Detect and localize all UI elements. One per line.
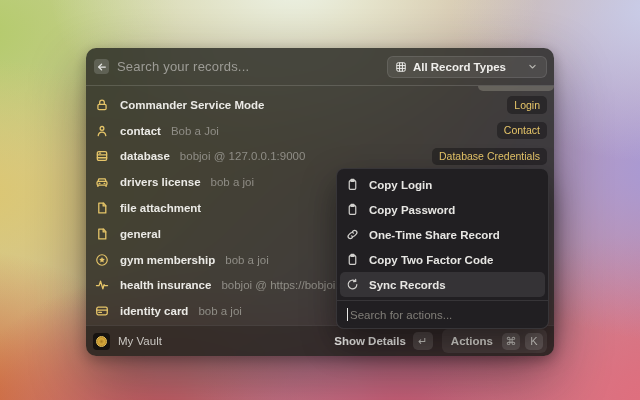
- keeper-logo-icon: [93, 333, 110, 350]
- clipboard-icon: [346, 253, 359, 266]
- menu-item-copy-login[interactable]: Copy Login: [340, 172, 545, 197]
- record-type-badge: Login: [507, 96, 547, 114]
- menu-item-one-time-share[interactable]: One-Time Share Record: [340, 222, 545, 247]
- lock-icon: [95, 98, 109, 112]
- text-caret: [347, 308, 348, 321]
- menu-item-copy-password[interactable]: Copy Password: [340, 197, 545, 222]
- link-icon: [346, 228, 359, 241]
- person-icon: [95, 124, 109, 138]
- record-row[interactable]: Commander Service Mode Login: [94, 92, 547, 118]
- file-icon: [95, 227, 109, 241]
- partial-row-icon: [93, 86, 105, 91]
- filter-label: All Record Types: [413, 61, 506, 73]
- cmd-keycap: ⌘: [502, 333, 520, 350]
- record-row[interactable]: database bobjoi @ 127.0.0.1:9000 Databas…: [94, 144, 547, 170]
- footer-bar: My Vault Show Details ↵ Actions ⌘ K: [86, 325, 554, 356]
- record-row[interactable]: contact Bob a Joi Contact: [94, 118, 547, 144]
- show-details-button[interactable]: Show Details: [334, 335, 406, 347]
- pulse-icon: [95, 278, 109, 292]
- grid-icon: [395, 61, 407, 73]
- search-header: Search your records... All Record Types: [86, 48, 554, 85]
- vault-label: My Vault: [118, 335, 162, 347]
- actions-label: Actions: [451, 335, 493, 347]
- enter-keycap[interactable]: ↵: [413, 332, 433, 350]
- star-circle-icon: [95, 253, 109, 267]
- menu-item-sync-records[interactable]: Sync Records: [340, 272, 545, 297]
- clipboard-icon: [346, 203, 359, 216]
- back-button[interactable]: [94, 59, 109, 74]
- actions-button[interactable]: Actions ⌘ K: [442, 329, 547, 353]
- desktop-background: Search your records... All Record Types …: [0, 0, 640, 400]
- record-type-badge: Contact: [497, 122, 547, 140]
- arrow-left-icon: [97, 62, 107, 72]
- sync-icon: [346, 278, 359, 291]
- database-icon: [95, 149, 109, 163]
- id-card-icon: [95, 304, 109, 318]
- menu-search-input[interactable]: Search for actions...: [340, 301, 545, 328]
- search-input[interactable]: Search your records...: [117, 59, 387, 74]
- quick-search-window: Search your records... All Record Types …: [86, 48, 554, 356]
- record-type-filter-dropdown[interactable]: All Record Types: [387, 56, 547, 78]
- file-icon: [95, 201, 109, 215]
- partial-row-badge: [478, 86, 554, 91]
- actions-menu: Copy Login Copy Password One-Time Share …: [336, 168, 549, 329]
- k-keycap: K: [525, 333, 543, 350]
- record-type-badge: Database Credentials: [432, 148, 547, 166]
- clipboard-icon: [346, 178, 359, 191]
- car-icon: [95, 175, 109, 189]
- chevron-down-icon: [528, 62, 537, 71]
- menu-item-copy-two-factor[interactable]: Copy Two Factor Code: [340, 247, 545, 272]
